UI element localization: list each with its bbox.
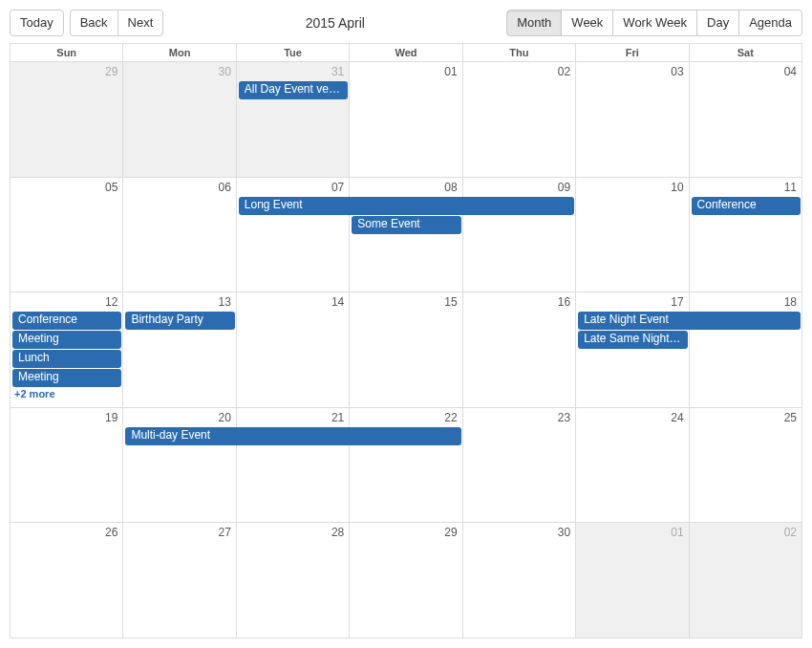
day-number: 07 xyxy=(237,178,350,194)
calendar-event[interactable]: Late Night Event xyxy=(578,312,801,330)
day-cell[interactable] xyxy=(11,523,123,638)
day-cell[interactable] xyxy=(123,62,236,178)
calendar-title: 2015 April xyxy=(163,15,506,31)
day-number: 23 xyxy=(463,408,576,424)
back-button[interactable]: Back xyxy=(70,10,118,36)
weekday-label: Wed xyxy=(350,44,462,62)
day-number: 13 xyxy=(123,292,236,309)
weekday-label: Sat xyxy=(690,44,802,62)
day-number: 06 xyxy=(123,178,236,194)
day-cell[interactable] xyxy=(350,408,462,524)
show-more-link[interactable]: +2 more xyxy=(11,388,123,406)
weekday-header: Sun Mon Tue Wed Thu Fri Sat xyxy=(10,43,802,62)
day-cell[interactable] xyxy=(690,62,802,178)
day-number: 04 xyxy=(690,62,802,78)
day-number: 14 xyxy=(237,292,350,309)
calendar-event[interactable]: Long Event xyxy=(239,197,574,215)
day-number: 02 xyxy=(463,62,576,78)
day-cell[interactable] xyxy=(576,62,689,178)
day-number: 30 xyxy=(123,62,236,78)
day-cell[interactable] xyxy=(350,178,462,293)
weekday-label: Fri xyxy=(576,44,689,62)
day-number: 25 xyxy=(690,408,802,424)
week-row: 19202122232425Multi-day Event xyxy=(11,408,802,524)
view-workweek-button[interactable]: Work Week xyxy=(612,10,697,36)
week-row: 05060708091011Long EventConferenceSome E… xyxy=(11,178,802,293)
view-agenda-button[interactable]: Agenda xyxy=(738,10,802,36)
day-number: 27 xyxy=(123,523,236,539)
day-number: 16 xyxy=(463,292,576,309)
day-cell[interactable] xyxy=(576,523,689,638)
view-week-button[interactable]: Week xyxy=(561,10,613,36)
day-number: 29 xyxy=(11,62,123,78)
day-number: 31 xyxy=(237,62,350,78)
day-number: 19 xyxy=(11,408,123,424)
view-switcher: Month Week Work Week Day Agenda xyxy=(506,10,802,36)
day-number: 20 xyxy=(123,408,236,424)
week-row: 29303101020304All Day Event very lo… xyxy=(11,62,802,178)
calendar-event[interactable]: Birthday Party xyxy=(125,312,234,330)
day-cell[interactable] xyxy=(576,178,689,293)
day-cell[interactable] xyxy=(11,408,123,524)
day-number: 11 xyxy=(690,178,802,194)
day-number: 21 xyxy=(237,408,350,424)
day-cell[interactable] xyxy=(11,62,123,178)
calendar-event[interactable]: Lunch xyxy=(12,350,121,368)
next-button[interactable]: Next xyxy=(118,10,164,36)
day-number: 12 xyxy=(11,292,123,309)
calendar-event[interactable]: Conference xyxy=(12,312,121,330)
day-number: 08 xyxy=(350,178,462,194)
calendar-event[interactable]: Some Event xyxy=(352,216,460,234)
day-number: 01 xyxy=(576,523,689,539)
day-cell[interactable] xyxy=(350,523,462,638)
day-number: 30 xyxy=(463,523,576,539)
nav-button-group: Today Back Next xyxy=(10,10,163,36)
day-cell[interactable] xyxy=(123,178,236,293)
day-number: 10 xyxy=(576,178,689,194)
day-number: 03 xyxy=(576,62,689,78)
day-cell[interactable] xyxy=(123,523,236,638)
day-cell[interactable] xyxy=(123,408,236,524)
day-cell[interactable] xyxy=(350,62,462,178)
day-number: 17 xyxy=(576,292,689,309)
day-number: 26 xyxy=(11,523,123,539)
day-number: 29 xyxy=(350,523,462,539)
calendar-event[interactable]: Late Same Night Event xyxy=(578,331,687,349)
calendar-event[interactable]: Meeting xyxy=(12,369,121,387)
day-number: 18 xyxy=(690,292,802,309)
day-number: 09 xyxy=(463,178,576,194)
view-day-button[interactable]: Day xyxy=(696,10,739,36)
day-number: 01 xyxy=(350,62,462,78)
day-cell[interactable] xyxy=(576,408,689,524)
calendar-toolbar: Today Back Next 2015 April Month Week Wo… xyxy=(10,10,802,36)
day-cell[interactable] xyxy=(11,178,123,293)
week-row: 12131415161718ConferenceBirthday PartyLa… xyxy=(11,292,802,408)
day-number: 15 xyxy=(350,292,462,309)
week-row: 26272829300102 xyxy=(11,523,802,638)
calendar-month-view: Today Back Next 2015 April Month Week Wo… xyxy=(0,0,812,648)
day-cell[interactable] xyxy=(237,62,350,178)
day-cell[interactable] xyxy=(463,178,576,293)
view-month-button[interactable]: Month xyxy=(506,10,562,36)
today-button[interactable]: Today xyxy=(10,10,64,36)
weekday-label: Sun xyxy=(11,44,123,62)
day-cell[interactable] xyxy=(690,523,802,638)
day-cell[interactable] xyxy=(690,408,802,524)
weekday-label: Tue xyxy=(237,44,350,62)
day-cell[interactable] xyxy=(237,523,350,638)
day-number: 22 xyxy=(350,408,462,424)
calendar-event[interactable]: Meeting xyxy=(12,331,121,349)
weekday-label: Thu xyxy=(463,44,576,62)
day-cell[interactable] xyxy=(237,408,350,524)
day-cell[interactable] xyxy=(237,178,350,293)
day-cell[interactable] xyxy=(463,523,576,638)
day-cell[interactable] xyxy=(463,408,576,524)
day-number: 28 xyxy=(237,523,350,539)
calendar-event[interactable]: Conference xyxy=(692,197,801,215)
calendar-event[interactable]: Multi-day Event xyxy=(125,427,460,445)
calendar-event[interactable]: All Day Event very lo… xyxy=(239,81,348,99)
day-cell[interactable] xyxy=(690,178,802,293)
day-number: 24 xyxy=(576,408,689,424)
day-number: 05 xyxy=(11,178,123,194)
day-cell[interactable] xyxy=(463,62,576,178)
